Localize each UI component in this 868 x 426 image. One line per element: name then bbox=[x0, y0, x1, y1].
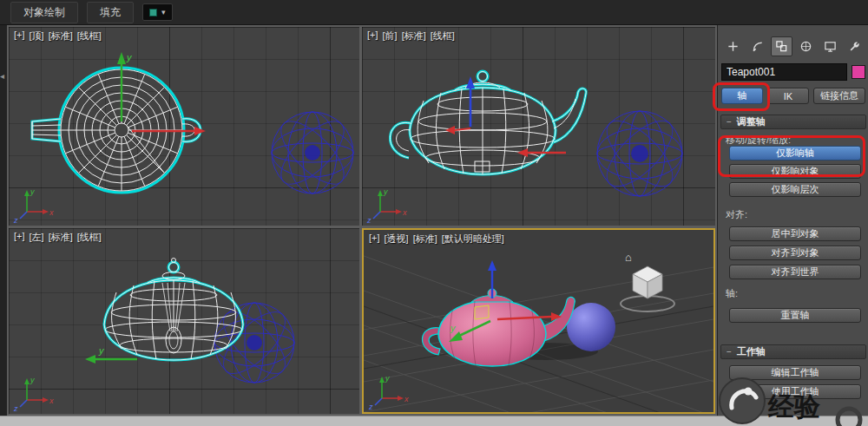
tab-modify[interactable] bbox=[746, 36, 768, 56]
svg-text:y: y bbox=[385, 374, 390, 383]
viewport-preset-button[interactable]: [标准] bbox=[413, 233, 437, 246]
viewport-pov-button[interactable]: [左] bbox=[30, 231, 44, 244]
teapot-wireframe-object[interactable] bbox=[390, 71, 586, 174]
ik-mode-button[interactable]: IK bbox=[767, 88, 809, 104]
viewport-menu-button[interactable]: [+] bbox=[14, 231, 25, 244]
viewport-shading-button[interactable]: [默认明暗处理] bbox=[442, 233, 504, 246]
toolbar-dropdown[interactable]: ▾ bbox=[142, 3, 173, 21]
affect-hierarchy-only-button[interactable]: 仅影响层次 bbox=[729, 182, 861, 197]
viewport-label: [+] [前] [标准] [线框] bbox=[367, 29, 455, 43]
viewport-shading-button[interactable]: [线框] bbox=[77, 231, 102, 244]
align-to-world-button[interactable]: 对齐到世界 bbox=[729, 265, 861, 279]
sphere-shaded-object[interactable] bbox=[567, 303, 615, 351]
svg-text:z: z bbox=[366, 216, 372, 224]
sphere-wireframe-object[interactable] bbox=[272, 112, 354, 194]
alignment-label: 对齐: bbox=[726, 208, 747, 221]
svg-text:y: y bbox=[383, 187, 388, 196]
viewport-shading-button[interactable]: [线框] bbox=[431, 29, 455, 43]
reset-pivot-button[interactable]: 重置轴 bbox=[729, 308, 861, 323]
affect-object-only-button[interactable]: 仅影响对象 bbox=[729, 164, 861, 179]
main-toolbar: 对象绘制 填充 ▾ bbox=[0, 0, 868, 25]
viewport-left[interactable]: [+] [左] [标准] [线框] bbox=[9, 228, 359, 414]
motion-tab-icon bbox=[799, 40, 812, 53]
tab-create[interactable] bbox=[722, 36, 744, 56]
tab-utilities[interactable] bbox=[844, 36, 865, 56]
viewport-menu-button[interactable]: [+] bbox=[367, 29, 378, 43]
center-to-object-button[interactable]: 居中到对象 bbox=[729, 226, 861, 241]
viewport-perspective[interactable]: [+] [透视] [标准] [默认明暗处理] bbox=[362, 228, 715, 414]
edit-working-pivot-button[interactable]: 编辑工作轴 bbox=[729, 365, 861, 380]
object-name-input[interactable] bbox=[721, 63, 847, 81]
teapot-wireframe-object[interactable]: y bbox=[32, 52, 206, 193]
viewport-pov-button[interactable]: [顶] bbox=[30, 29, 44, 43]
left-view-scene: y bbox=[9, 228, 359, 414]
use-working-pivot-button[interactable]: 使用工作轴 bbox=[729, 384, 861, 399]
hierarchy-mode-tabs: 轴 IK 链接信息 bbox=[721, 88, 865, 104]
viewport-label: [+] [顶] [标准] [线框] bbox=[14, 29, 102, 43]
svg-text:x: x bbox=[404, 395, 409, 403]
viewport-preset-button[interactable]: [标准] bbox=[49, 29, 73, 43]
rollout-title: 调整轴 bbox=[737, 115, 766, 128]
home-icon[interactable]: ⌂ bbox=[625, 251, 632, 264]
viewport-shading-button[interactable]: [线框] bbox=[77, 29, 102, 43]
command-panel: 轴 IK 链接信息 − 调整轴 移动/旋转/缩放: 仅影响轴 仅影响对象 仅影响… bbox=[717, 25, 868, 416]
hierarchy-tab-icon bbox=[775, 40, 788, 53]
svg-text:y: y bbox=[30, 187, 35, 196]
axis-tripod: x y z bbox=[13, 184, 56, 224]
viewport-menu-button[interactable]: [+] bbox=[369, 233, 380, 246]
object-name-row bbox=[721, 63, 865, 81]
axis-tripod: x y z bbox=[368, 370, 411, 410]
axis-tripod: x y z bbox=[13, 372, 56, 412]
object-color-swatch[interactable] bbox=[852, 65, 865, 79]
sphere-wireframe-object[interactable] bbox=[214, 302, 294, 383]
pivot-label: 轴: bbox=[726, 287, 738, 300]
svg-text:z: z bbox=[13, 216, 18, 224]
y-axis-label: y bbox=[98, 345, 105, 356]
dropdown-arrow-icon: ▾ bbox=[161, 8, 166, 16]
viewport-preset-button[interactable]: [标准] bbox=[49, 231, 73, 244]
top-view-scene: y bbox=[9, 27, 359, 226]
svg-text:x: x bbox=[49, 397, 54, 405]
viewport-preset-button[interactable]: [标准] bbox=[402, 29, 426, 43]
adjust-pivot-rollout[interactable]: − 调整轴 bbox=[720, 115, 866, 129]
panel-collapse-arrow[interactable]: ◂ bbox=[0, 72, 4, 81]
axis-tripod: x y z bbox=[366, 184, 410, 224]
viewport-front[interactable]: [+] [前] [标准] [线框] bbox=[362, 27, 715, 226]
utilities-tab-icon bbox=[848, 40, 861, 53]
rollout-title: 工作轴 bbox=[737, 345, 766, 358]
working-pivot-rollout[interactable]: − 工作轴 bbox=[720, 344, 866, 359]
viewport-label: [+] [左] [标准] [线框] bbox=[14, 231, 102, 244]
viewport-pov-button[interactable]: [前] bbox=[383, 29, 398, 43]
status-strip bbox=[0, 416, 868, 426]
move-gizmo[interactable]: y bbox=[85, 345, 137, 364]
svg-text:z: z bbox=[368, 403, 373, 410]
object-paint-button[interactable]: 对象绘制 bbox=[10, 2, 78, 23]
left-dock-strip: ◂ bbox=[0, 25, 7, 416]
viewport-top[interactable]: [+] [顶] [标准] [线框] bbox=[9, 27, 359, 226]
viewport-area: [+] [顶] [标准] [线框] bbox=[7, 25, 717, 416]
pivot-mode-button[interactable]: 轴 bbox=[721, 88, 763, 104]
populate-button[interactable]: 填充 bbox=[87, 2, 134, 23]
affect-pivot-only-button[interactable]: 仅影响轴 bbox=[729, 146, 861, 161]
3dsmax-window: 对象绘制 填充 ▾ ◂ [+] [顶] [标准] [线框] bbox=[0, 0, 868, 426]
viewport-label: [+] [透视] [标准] [默认明暗处理] bbox=[369, 233, 504, 246]
rollout-collapse-icon: − bbox=[727, 117, 732, 127]
front-view-scene bbox=[362, 27, 715, 226]
viewport-pov-button[interactable]: [透视] bbox=[385, 233, 409, 246]
tab-display[interactable] bbox=[819, 36, 841, 56]
rollout-collapse-icon: − bbox=[727, 347, 732, 357]
tab-hierarchy[interactable] bbox=[771, 36, 792, 56]
create-tab-icon bbox=[727, 40, 740, 53]
tab-motion[interactable] bbox=[795, 36, 817, 56]
move-rotate-scale-label: 移动/旋转/缩放: bbox=[726, 134, 791, 147]
brush-preset-icon bbox=[149, 9, 157, 16]
svg-text:x: x bbox=[402, 208, 407, 217]
sphere-wireframe-object[interactable] bbox=[597, 111, 683, 197]
modify-tab-icon bbox=[751, 40, 764, 53]
svg-text:x: x bbox=[49, 208, 54, 217]
svg-text:y: y bbox=[30, 376, 35, 384]
viewport-menu-button[interactable]: [+] bbox=[14, 29, 25, 43]
align-to-object-button[interactable]: 对齐到对象 bbox=[729, 246, 861, 260]
display-tab-icon bbox=[824, 40, 837, 53]
link-info-mode-button[interactable]: 链接信息 bbox=[813, 88, 865, 104]
